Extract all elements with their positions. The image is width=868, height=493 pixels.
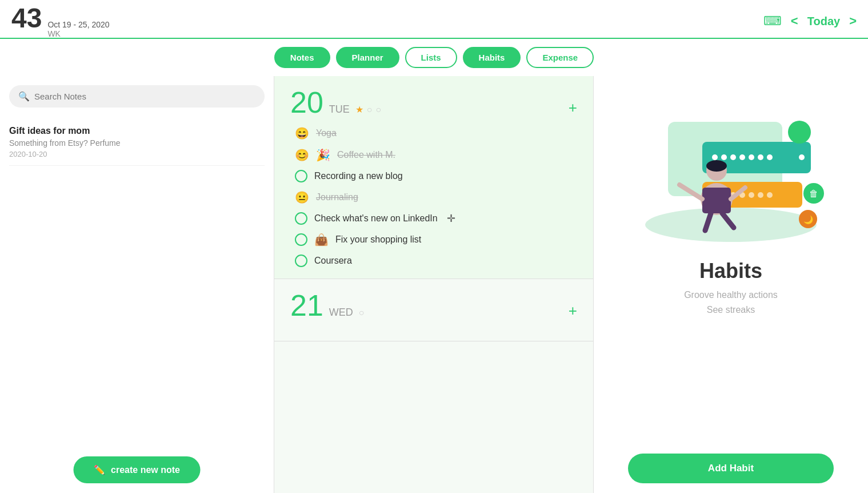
task-emoji: 😄	[295, 126, 309, 140]
task-item[interactable]: 😐 Journaling	[295, 190, 577, 204]
habits-title: Habits	[699, 259, 762, 283]
bag-icon: 👜	[314, 233, 329, 247]
sidebar: 🔍 Gift ideas for mom Something from Etsy…	[0, 76, 274, 493]
tab-notes[interactable]: Notes	[274, 47, 330, 68]
task-list-tue: 😄 Yoga 😊 🎉 Coffee with M. Recording a ne…	[290, 126, 577, 267]
svg-text:🗑: 🗑	[809, 189, 818, 198]
svg-point-19	[788, 121, 811, 144]
svg-point-4	[721, 154, 727, 160]
day-section-wed: 21 WED ○ +	[274, 279, 593, 341]
task-text: Fix your shopping list	[335, 234, 421, 245]
task-emoji: 😐	[295, 190, 309, 204]
task-item[interactable]: 😊 🎉 Coffee with M.	[295, 148, 577, 162]
prev-button[interactable]: <	[791, 14, 798, 29]
note-preview: Something from Etsy? Perfume	[9, 138, 265, 148]
task-checkbox[interactable]	[295, 170, 307, 182]
task-text: Recording a new blog	[314, 171, 403, 181]
habits-panel: 🗑 🌙 Habits Groove healthy actions See st…	[594, 76, 868, 493]
day-header-wed: 21 WED ○ +	[290, 291, 577, 320]
tab-habits[interactable]: Habits	[463, 47, 521, 68]
task-checkbox[interactable]	[295, 233, 307, 246]
today-button[interactable]: Today	[807, 15, 840, 28]
svg-point-8	[758, 154, 763, 160]
note-title: Gift ideas for mom	[9, 126, 265, 136]
circle-icon-2: ○	[376, 105, 382, 115]
search-bar[interactable]: 🔍	[9, 85, 265, 108]
svg-point-16	[749, 192, 754, 198]
week-number: 43	[11, 5, 42, 32]
svg-point-17	[758, 192, 763, 198]
next-button[interactable]: >	[849, 14, 857, 29]
add-habit-button[interactable]: Add Habit	[628, 454, 834, 483]
tab-lists[interactable]: Lists	[405, 47, 457, 68]
week-date: Oct 19 - 25, 2020	[47, 20, 109, 29]
planner: 20 TUE ★ ○ ○ + 😄 Yoga 😊 🎉	[274, 76, 594, 493]
add-task-button-wed[interactable]: +	[569, 302, 577, 320]
search-input[interactable]	[34, 92, 255, 101]
habits-illustration: 🗑 🌙	[634, 88, 828, 248]
search-icon: 🔍	[18, 91, 30, 102]
habits-svg: 🗑 🌙	[634, 88, 828, 248]
habits-subtitle-line1: Groove healthy actions	[684, 290, 778, 300]
week-info: Oct 19 - 25, 2020 WK	[47, 20, 109, 38]
task-item[interactable]: 😄 Yoga	[295, 126, 577, 140]
nav-tabs: Notes Planner Lists Habits Expense	[0, 39, 868, 76]
keyboard-icon: ⌨	[763, 14, 782, 29]
task-text: Check what's new on LinkedIn	[314, 213, 438, 224]
day-icons: ★ ○ ○	[355, 104, 381, 115]
task-text: Coffee with M.	[337, 150, 395, 160]
circle-icon: ○	[359, 308, 365, 318]
svg-point-9	[767, 154, 773, 160]
header: 43 Oct 19 - 25, 2020 WK ⌨ < Today >	[0, 0, 868, 39]
task-checkbox[interactable]	[295, 255, 307, 267]
add-icon: ✛	[447, 212, 455, 225]
svg-text:🌙: 🌙	[803, 215, 814, 225]
create-note-button[interactable]: ✏️ create new note	[73, 456, 201, 483]
header-right: ⌨ < Today >	[763, 14, 857, 29]
day-name-wed: WED	[329, 307, 353, 319]
svg-point-22	[706, 160, 727, 172]
svg-point-7	[749, 154, 754, 160]
task-item[interactable]: Check what's new on LinkedIn ✛	[295, 212, 577, 225]
note-date: 2020-10-20	[9, 150, 265, 158]
party-icon: 🎉	[316, 148, 330, 162]
day-header-tue: 20 TUE ★ ○ ○ +	[290, 88, 577, 117]
circle-icon-1: ○	[367, 105, 373, 115]
task-text: Coursera	[314, 256, 352, 266]
svg-point-10	[799, 154, 805, 160]
task-item[interactable]: Coursera	[295, 255, 577, 267]
create-note-label: create new note	[111, 465, 180, 475]
task-item[interactable]: Recording a new blog	[295, 170, 577, 182]
day-name-tue: TUE	[329, 104, 350, 116]
task-checkbox[interactable]	[295, 212, 307, 225]
day-number-21: 21	[290, 291, 323, 320]
task-text: Yoga	[316, 128, 337, 138]
star-icon: ★	[355, 104, 363, 115]
svg-point-18	[767, 192, 773, 198]
tab-planner[interactable]: Planner	[336, 47, 399, 68]
day-number-20: 20	[290, 88, 323, 117]
list-item[interactable]: Gift ideas for mom Something from Etsy? …	[9, 119, 265, 166]
day-icons-wed: ○	[359, 308, 365, 318]
pencil-icon: ✏️	[94, 464, 105, 475]
svg-rect-23	[702, 188, 731, 213]
header-left: 43 Oct 19 - 25, 2020 WK	[11, 5, 110, 38]
day-section-tue: 20 TUE ★ ○ ○ + 😄 Yoga 😊 🎉	[274, 76, 593, 279]
svg-point-3	[712, 154, 718, 160]
svg-point-6	[739, 154, 745, 160]
habits-subtitle-line2: See streaks	[707, 305, 755, 315]
task-item[interactable]: 👜 Fix your shopping list	[295, 233, 577, 247]
task-emoji: 😊	[295, 148, 309, 162]
habits-subtitle: Groove healthy actions See streaks	[684, 288, 778, 317]
tab-expense[interactable]: Expense	[526, 47, 594, 68]
task-text: Journaling	[316, 192, 358, 202]
add-task-button-tue[interactable]: +	[569, 99, 577, 117]
main-layout: 🔍 Gift ideas for mom Something from Etsy…	[0, 76, 868, 493]
svg-point-5	[730, 154, 736, 160]
week-label: WK	[47, 29, 109, 38]
